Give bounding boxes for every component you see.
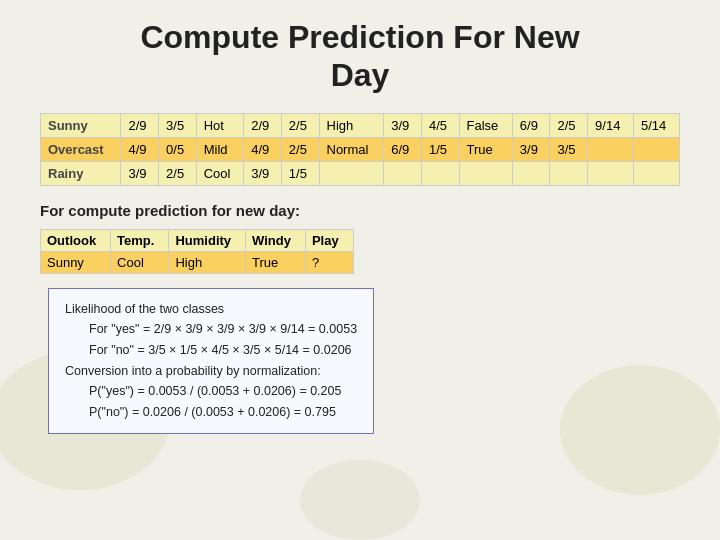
new-day-data-cell: Cool [111, 251, 169, 273]
table-cell: 3/9 [244, 161, 282, 185]
table-cell: True [459, 137, 512, 161]
new-day-header-cell: Temp. [111, 229, 169, 251]
table-cell: 1/5 [421, 137, 459, 161]
new-day-data-cell: Sunny [41, 251, 111, 273]
calculation-box: Likelihood of the two classesFor "yes" =… [48, 288, 374, 434]
table-cell: 5/14 [633, 113, 679, 137]
table-row-label: Rainy [41, 161, 121, 185]
table-cell: 3/5 [159, 113, 197, 137]
new-day-header-cell: Humidity [169, 229, 246, 251]
new-day-table: OutlookTemp.HumidityWindyPlay SunnyCoolH… [40, 229, 354, 274]
table-cell: 0/5 [159, 137, 197, 161]
table-cell: Hot [196, 113, 244, 137]
table-cell: False [459, 113, 512, 137]
table-cell: 4/9 [244, 137, 282, 161]
table-cell [459, 161, 512, 185]
calc-line: P("no") = 0.0206 / (0.0053 + 0.0206) = 0… [65, 402, 357, 423]
table-cell [319, 161, 384, 185]
table-cell: High [319, 113, 384, 137]
table-cell: Normal [319, 137, 384, 161]
new-day-data-cell: High [169, 251, 246, 273]
table-cell: 3/5 [550, 137, 588, 161]
page-title: Compute Prediction For New Day [40, 18, 680, 95]
table-cell: 6/9 [384, 137, 422, 161]
table-cell: 2/5 [281, 113, 319, 137]
table-cell: 3/9 [512, 137, 550, 161]
new-day-data-cell: True [246, 251, 306, 273]
calc-line: Conversion into a probability by normali… [65, 361, 357, 382]
main-data-table: Sunny2/93/5Hot2/92/5High3/94/5False6/92/… [40, 113, 680, 186]
table-cell: 4/9 [121, 137, 159, 161]
calc-line: For "yes" = 2/9 × 3/9 × 3/9 × 3/9 × 9/14… [65, 319, 357, 340]
table-cell: 3/9 [384, 113, 422, 137]
table-cell: 2/5 [281, 137, 319, 161]
table-cell: 2/9 [244, 113, 282, 137]
table-cell: 1/5 [281, 161, 319, 185]
table-cell [384, 161, 422, 185]
table-row-label: Overcast [41, 137, 121, 161]
table-cell [588, 161, 634, 185]
table-row-label: Sunny [41, 113, 121, 137]
calc-line: P("yes") = 0.0053 / (0.0053 + 0.0206) = … [65, 381, 357, 402]
table-cell: 3/9 [121, 161, 159, 185]
table-cell: 4/5 [421, 113, 459, 137]
new-day-header-cell: Play [305, 229, 353, 251]
calc-line: For "no" = 3/5 × 1/5 × 4/5 × 3/5 × 5/14 … [65, 340, 357, 361]
table-cell: Cool [196, 161, 244, 185]
table-cell [421, 161, 459, 185]
table-cell [633, 161, 679, 185]
prediction-label: For compute prediction for new day: [40, 202, 680, 219]
table-cell: 2/5 [550, 113, 588, 137]
table-cell [550, 161, 588, 185]
table-cell: 2/9 [121, 113, 159, 137]
svg-point-2 [300, 460, 420, 540]
new-day-header-cell: Windy [246, 229, 306, 251]
new-day-header-cell: Outlook [41, 229, 111, 251]
table-cell: 2/5 [159, 161, 197, 185]
table-cell [633, 137, 679, 161]
table-cell [512, 161, 550, 185]
new-day-data-cell: ? [305, 251, 353, 273]
table-cell [588, 137, 634, 161]
table-cell: 9/14 [588, 113, 634, 137]
table-cell: Mild [196, 137, 244, 161]
table-cell: 6/9 [512, 113, 550, 137]
calc-line: Likelihood of the two classes [65, 299, 357, 320]
